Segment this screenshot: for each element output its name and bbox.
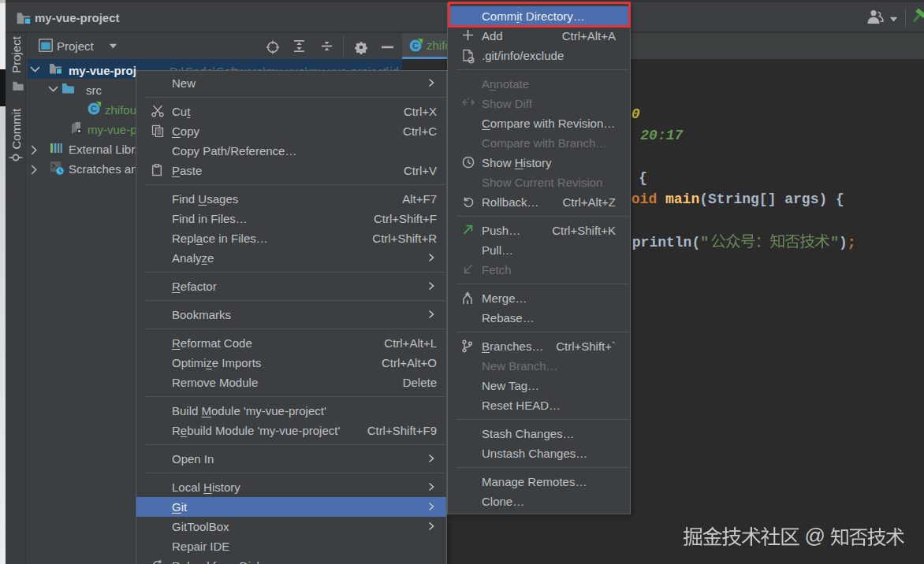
svg-text:C: C (412, 41, 419, 50)
svg-text:C: C (91, 104, 97, 113)
